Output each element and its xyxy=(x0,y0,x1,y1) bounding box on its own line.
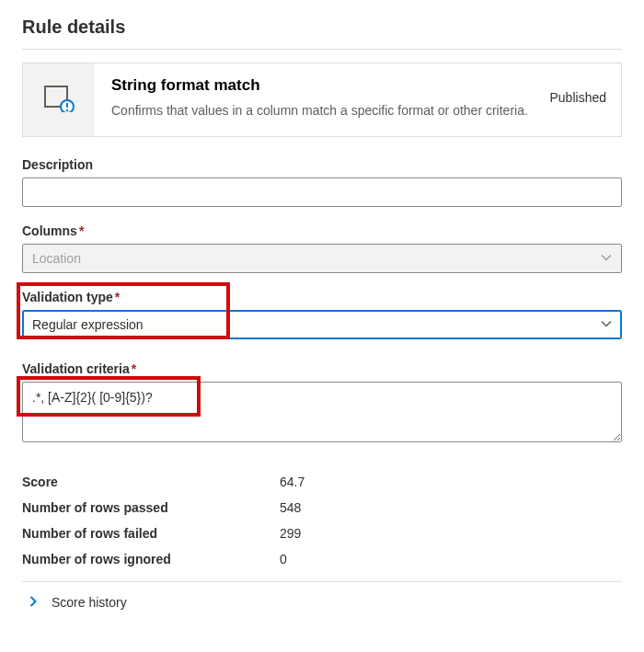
description-input[interactable] xyxy=(22,177,622,207)
rule-status: Published xyxy=(550,76,607,105)
string-format-icon xyxy=(43,85,75,115)
validation-type-label: Validation type* xyxy=(22,290,622,304)
columns-select-value: Location xyxy=(32,251,81,266)
rule-details-panel: Rule details String format match Confirm… xyxy=(0,0,644,637)
stat-value-failed: 299 xyxy=(280,526,301,541)
required-asterisk: * xyxy=(79,223,84,238)
rule-stats: Score 64.7 Number of rows passed 548 Num… xyxy=(22,469,622,572)
required-asterisk: * xyxy=(132,361,136,376)
rule-type-title: String format match xyxy=(111,76,535,95)
field-description: Description xyxy=(22,157,622,207)
columns-label: Columns* xyxy=(22,223,622,238)
description-label: Description xyxy=(22,157,622,172)
validation-type-value: Regular expression xyxy=(32,317,144,332)
columns-label-text: Columns xyxy=(22,223,77,238)
validation-type-label-text: Validation type xyxy=(22,290,113,304)
score-history-expander[interactable]: Score history xyxy=(22,582,622,615)
validation-type-select[interactable]: Regular expression xyxy=(22,310,622,339)
rule-type-card: String format match Confirms that values… xyxy=(22,63,622,137)
chevron-down-icon xyxy=(601,317,612,332)
chevron-down-icon xyxy=(601,251,612,266)
stat-value-passed: 548 xyxy=(280,500,301,515)
stat-label-score: Score xyxy=(22,475,280,489)
page-title: Rule details xyxy=(22,17,622,38)
validation-criteria-label: Validation criteria* xyxy=(22,361,622,376)
rule-type-description: Confirms that values in a column match a… xyxy=(111,102,535,120)
stat-label-failed: Number of rows failed xyxy=(22,526,280,541)
stat-value-score: 64.7 xyxy=(280,475,305,489)
rule-type-icon-cell xyxy=(23,63,95,136)
validation-criteria-label-text: Validation criteria xyxy=(22,361,130,376)
rule-type-text: String format match Confirms that values… xyxy=(111,76,535,120)
chevron-right-icon xyxy=(28,595,39,610)
stat-label-ignored: Number of rows ignored xyxy=(22,552,280,566)
score-history-label: Score history xyxy=(52,595,127,610)
field-validation-criteria: Validation criteria* xyxy=(22,361,622,451)
stat-row-failed: Number of rows failed 299 xyxy=(22,520,622,546)
stat-label-passed: Number of rows passed xyxy=(22,500,280,515)
rule-type-body: String format match Confirms that values… xyxy=(95,63,621,136)
stat-row-passed: Number of rows passed 548 xyxy=(22,495,622,520)
stat-value-ignored: 0 xyxy=(280,552,287,566)
field-validation-type: Validation type* Regular expression xyxy=(22,290,622,345)
validation-criteria-textarea[interactable] xyxy=(22,382,622,442)
svg-point-3 xyxy=(66,109,68,111)
stat-row-ignored: Number of rows ignored 0 xyxy=(22,546,622,572)
stat-row-score: Score 64.7 xyxy=(22,469,622,495)
divider xyxy=(22,49,622,50)
columns-select[interactable]: Location xyxy=(22,244,622,273)
required-asterisk: * xyxy=(115,290,120,304)
field-columns: Columns* Location xyxy=(22,223,622,273)
